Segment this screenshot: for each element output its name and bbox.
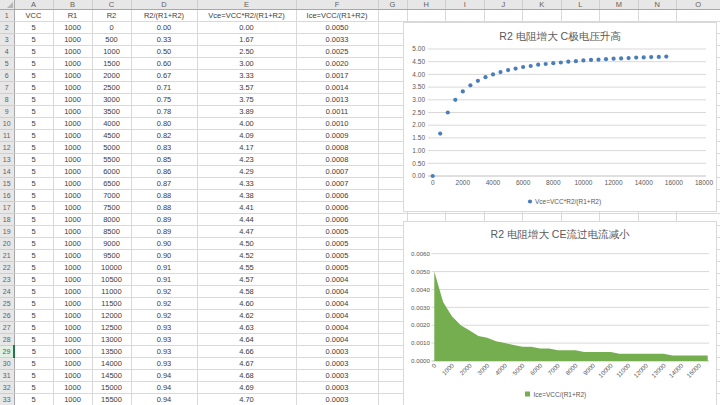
cell-B23[interactable]: 1000 [53, 274, 92, 286]
cell-B20[interactable]: 1000 [53, 238, 92, 250]
row-header-10[interactable]: 10 [0, 118, 14, 130]
cell-F2[interactable]: 0.0050 [296, 22, 378, 34]
cell-D1[interactable]: R2/(R1+R2) [131, 10, 197, 22]
cell-C23[interactable]: 10500 [92, 274, 131, 286]
cell-E7[interactable]: 3.57 [197, 82, 296, 94]
cell-B24[interactable]: 1000 [53, 286, 92, 298]
cell-D5[interactable]: 0.60 [131, 58, 197, 70]
cell-E33[interactable]: 4.70 [197, 394, 296, 405]
cell-F6[interactable]: 0.0017 [296, 70, 378, 82]
cell-K1[interactable] [523, 10, 562, 22]
cell-B29[interactable]: 1000 [53, 346, 92, 358]
column-header-K[interactable]: K [523, 0, 562, 10]
cell-D32[interactable]: 0.94 [131, 382, 197, 394]
cell-F11[interactable]: 0.0009 [296, 130, 378, 142]
row-header-7[interactable]: 7 [0, 82, 14, 94]
cell-E22[interactable]: 4.55 [197, 262, 296, 274]
cell-F17[interactable]: 0.0006 [296, 202, 378, 214]
cell-F26[interactable]: 0.0004 [296, 310, 378, 322]
cell-A27[interactable]: 5 [14, 322, 53, 334]
row-header-26[interactable]: 26 [0, 310, 14, 322]
cell-D30[interactable]: 0.93 [131, 358, 197, 370]
cell-A10[interactable]: 5 [14, 118, 53, 130]
chart-ice-area[interactable]: R2 电阻增大 CE流过电流减小0.00000.00100.00200.0030… [403, 221, 717, 405]
row-header-29[interactable]: 29 [0, 346, 14, 358]
cell-F13[interactable]: 0.0008 [296, 154, 378, 166]
cell-C6[interactable]: 2000 [92, 70, 131, 82]
cell-A25[interactable]: 5 [14, 298, 53, 310]
cell-E19[interactable]: 4.47 [197, 226, 296, 238]
cell-B31[interactable]: 1000 [53, 370, 92, 382]
cell-A21[interactable]: 5 [14, 250, 53, 262]
cell-D33[interactable]: 0.94 [131, 394, 197, 405]
cell-C20[interactable]: 9000 [92, 238, 131, 250]
cell-C18[interactable]: 8000 [92, 214, 131, 226]
cell-F32[interactable]: 0.0003 [296, 382, 378, 394]
cell-B13[interactable]: 1000 [53, 154, 92, 166]
row-header-19[interactable]: 19 [0, 226, 14, 238]
cell-F5[interactable]: 0.0020 [296, 58, 378, 70]
cell-F14[interactable]: 0.0007 [296, 166, 378, 178]
row-header-31[interactable]: 31 [0, 370, 14, 382]
cell-B11[interactable]: 1000 [53, 130, 92, 142]
cell-I1[interactable] [446, 10, 485, 22]
cell-B5[interactable]: 1000 [53, 58, 92, 70]
cell-F3[interactable]: 0.0033 [296, 34, 378, 46]
cell-C8[interactable]: 3000 [92, 94, 131, 106]
cell-E24[interactable]: 4.58 [197, 286, 296, 298]
row-header-4[interactable]: 4 [0, 46, 14, 58]
row-header-11[interactable]: 11 [0, 130, 14, 142]
cell-H1[interactable] [407, 10, 446, 22]
legend-label[interactable]: Ice=VCC/(R1+R2) [534, 391, 587, 399]
cell-C26[interactable]: 12000 [92, 310, 131, 322]
cell-E6[interactable]: 3.33 [197, 70, 296, 82]
cell-D10[interactable]: 0.80 [131, 118, 197, 130]
cell-E11[interactable]: 4.09 [197, 130, 296, 142]
cell-F27[interactable]: 0.0004 [296, 322, 378, 334]
column-header-C[interactable]: C [92, 0, 131, 10]
row-header-8[interactable]: 8 [0, 94, 14, 106]
cell-F12[interactable]: 0.0008 [296, 142, 378, 154]
cell-D29[interactable]: 0.93 [131, 346, 197, 358]
cell-A15[interactable]: 5 [14, 178, 53, 190]
cell-B8[interactable]: 1000 [53, 94, 92, 106]
cell-D16[interactable]: 0.88 [131, 190, 197, 202]
cell-C30[interactable]: 14000 [92, 358, 131, 370]
cell-B12[interactable]: 1000 [53, 142, 92, 154]
row-header-28[interactable]: 28 [0, 334, 14, 346]
cell-C14[interactable]: 6000 [92, 166, 131, 178]
cell-E14[interactable]: 4.29 [197, 166, 296, 178]
cell-D4[interactable]: 0.50 [131, 46, 197, 58]
cell-D22[interactable]: 0.91 [131, 262, 197, 274]
cell-A33[interactable]: 5 [14, 394, 53, 405]
cell-E8[interactable]: 3.75 [197, 94, 296, 106]
cell-A9[interactable]: 5 [14, 106, 53, 118]
cell-A22[interactable]: 5 [14, 262, 53, 274]
cell-C19[interactable]: 8500 [92, 226, 131, 238]
cell-F4[interactable]: 0.0025 [296, 46, 378, 58]
cell-N1[interactable] [638, 10, 677, 22]
cell-O1[interactable] [677, 10, 720, 22]
row-header-20[interactable]: 20 [0, 238, 14, 250]
cell-C5[interactable]: 1500 [92, 58, 131, 70]
cell-C28[interactable]: 13000 [92, 334, 131, 346]
cell-E5[interactable]: 3.00 [197, 58, 296, 70]
row-header-16[interactable]: 16 [0, 190, 14, 202]
row-header-3[interactable]: 3 [0, 34, 14, 46]
cell-F29[interactable]: 0.0003 [296, 346, 378, 358]
cell-B3[interactable]: 1000 [53, 34, 92, 46]
cell-F25[interactable]: 0.0004 [296, 298, 378, 310]
cell-E30[interactable]: 4.67 [197, 358, 296, 370]
column-header-N[interactable]: N [638, 0, 677, 10]
legend-label[interactable]: Vce=VCC*R2/(R1+R2) [535, 198, 601, 206]
cell-C32[interactable]: 15000 [92, 382, 131, 394]
cell-E4[interactable]: 2.50 [197, 46, 296, 58]
cell-A1[interactable]: VCC [14, 10, 53, 22]
column-header-G[interactable]: G [378, 0, 407, 10]
cell-E16[interactable]: 4.38 [197, 190, 296, 202]
cell-E13[interactable]: 4.23 [197, 154, 296, 166]
cell-B9[interactable]: 1000 [53, 106, 92, 118]
cell-C29[interactable]: 13500 [92, 346, 131, 358]
cell-A6[interactable]: 5 [14, 70, 53, 82]
row-header-30[interactable]: 30 [0, 358, 14, 370]
